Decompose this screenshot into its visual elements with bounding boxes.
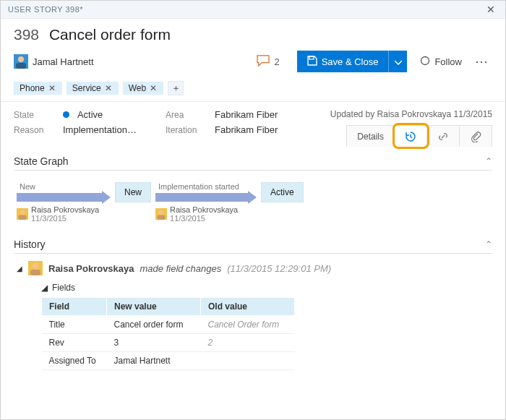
expand-toggle-icon[interactable]: ◢ (41, 283, 48, 293)
state-label: State (14, 110, 63, 120)
table-row: Assigned To Jamal Hartnett (42, 352, 295, 370)
comments-button[interactable]: 2 (257, 55, 279, 69)
fields-group-header[interactable]: ◢ Fields (41, 283, 492, 293)
breadcrumb-bar: USER STORY 398* ✕ (1, 1, 505, 19)
assignee-field[interactable]: Jamal Hartnett (14, 54, 94, 69)
avatar (28, 261, 43, 275)
section-title: State Graph (14, 155, 69, 167)
section-state-graph-header[interactable]: State Graph ⌃ (14, 155, 492, 171)
follow-button[interactable]: Follow (420, 56, 462, 68)
section-history-header[interactable]: History ⌃ (14, 239, 492, 254)
tag-web[interactable]: Web ✕ (123, 82, 163, 95)
svg-rect-13 (30, 270, 40, 275)
changed-by: Raisa Pokrovskaya (31, 205, 99, 214)
changed-date: 11/3/2015 (170, 214, 238, 223)
attachment-icon (470, 131, 481, 142)
expand-toggle-icon[interactable]: ◢ (17, 265, 22, 273)
title-bar: 398 Cancel order form (1, 19, 505, 48)
remove-tag-icon[interactable]: ✕ (45, 83, 59, 93)
changed-by: Raisa Pokrovskaya (170, 205, 238, 214)
circle-icon (420, 56, 430, 68)
history-entry: ◢ Raisa Pokrovskaya made field changes (… (14, 254, 492, 373)
table-row: Rev 3 2 (42, 334, 295, 352)
save-close-button[interactable]: Save & Close (297, 51, 389, 72)
svg-rect-3 (309, 56, 314, 59)
changed-date: 11/3/2015 (31, 214, 99, 223)
svg-rect-2 (16, 63, 26, 69)
fields-heading: Fields (52, 283, 75, 293)
area-label: Area (166, 110, 215, 120)
svg-point-6 (20, 210, 25, 214)
col-new: New value (107, 298, 201, 316)
chevron-up-icon: ⌃ (485, 239, 492, 249)
tag-row: Phone ✕ Service ✕ Web ✕ ＋ (1, 80, 505, 101)
comments-count: 2 (274, 56, 279, 67)
transition-label: Implementation started (158, 182, 257, 191)
iteration-label: Iteration (166, 125, 215, 135)
history-actor: Raisa Pokrovskaya (48, 263, 134, 274)
chevron-down-icon (395, 56, 402, 67)
reason-value[interactable]: Implementation… (63, 124, 137, 135)
state-node-active: Active (261, 182, 304, 202)
iteration-value[interactable]: Fabrikam Fiber (215, 124, 278, 135)
remove-tag-icon[interactable]: ✕ (146, 83, 160, 93)
avatar (17, 208, 28, 220)
state-graph: New Raisa Pokrovskaya 11/3/2015 (14, 171, 492, 230)
more-actions-button[interactable]: ⋯ (472, 53, 492, 69)
svg-point-4 (421, 56, 429, 64)
tab-links[interactable] (427, 125, 460, 147)
col-old: Old value (201, 298, 295, 316)
svg-point-1 (18, 56, 24, 62)
add-tag-button[interactable]: ＋ (168, 81, 184, 95)
tag-phone[interactable]: Phone ✕ (14, 82, 62, 95)
save-label: Save & Close (322, 56, 379, 67)
history-timestamp: (11/3/2015 12:29:01 PM) (227, 263, 331, 274)
tag-label: Service (72, 83, 101, 93)
tab-details[interactable]: Details (346, 125, 395, 147)
close-icon[interactable]: ✕ (484, 2, 499, 17)
history-icon (405, 131, 416, 142)
state-node-new: New (115, 182, 151, 202)
state-value[interactable]: Active (63, 109, 103, 120)
area-value[interactable]: Fabrikam Fiber (215, 109, 278, 120)
arrow-icon (17, 192, 111, 202)
history-action: made field changes (140, 263, 222, 274)
svg-rect-7 (18, 215, 26, 220)
save-icon (307, 56, 317, 68)
link-icon (437, 131, 449, 142)
chevron-up-icon: ⌃ (485, 156, 492, 166)
svg-rect-10 (157, 215, 165, 220)
avatar (14, 54, 28, 69)
comment-icon (257, 55, 270, 69)
transition-label: New (20, 182, 111, 191)
remove-tag-icon[interactable]: ✕ (101, 83, 116, 93)
arrow-icon (155, 192, 257, 202)
tag-label: Phone (20, 83, 45, 93)
svg-point-12 (33, 263, 38, 269)
updated-by-text: Updated by Raisa Pokrovskaya 11/3/2015 (310, 109, 492, 119)
col-field: Field (42, 298, 107, 316)
reason-label: Reason (14, 125, 63, 135)
follow-label: Follow (434, 56, 462, 67)
avatar (155, 208, 167, 220)
state-indicator-icon (63, 111, 69, 118)
assignee-name: Jamal Hartnett (33, 56, 94, 67)
tag-label: Web (129, 83, 146, 93)
table-row: Title Cancel order form Cancel Order for… (42, 316, 295, 334)
svg-point-9 (159, 210, 163, 214)
fields-table: Field New value Old value Title Cancel o… (41, 297, 295, 370)
breadcrumb-label: USER STORY 398* (8, 5, 83, 14)
work-item-title[interactable]: Cancel order form (49, 26, 171, 43)
work-item-id: 398 (14, 26, 39, 43)
section-title: History (14, 239, 46, 250)
tab-history[interactable] (395, 125, 427, 147)
save-dropdown-button[interactable] (388, 51, 407, 72)
tab-attachments[interactable] (460, 125, 492, 147)
tag-service[interactable]: Service ✕ (67, 82, 119, 95)
